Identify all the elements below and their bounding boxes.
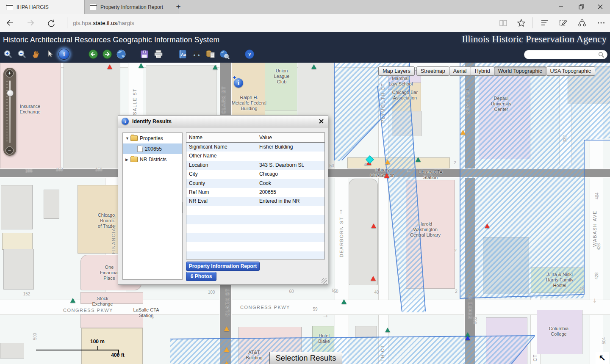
road-direction-arrow: ↑ bbox=[339, 209, 344, 215]
marker-orange-triangle[interactable] bbox=[224, 326, 229, 331]
building-stock-exchange bbox=[80, 292, 143, 304]
previous-extent-icon[interactable] bbox=[88, 49, 99, 60]
address-number: 60 bbox=[289, 289, 294, 294]
identify-tool-icon[interactable]: i bbox=[58, 49, 69, 60]
marker-red-triangle[interactable] bbox=[384, 173, 389, 178]
table-row: Ref Num200655 bbox=[186, 188, 324, 197]
zoom-knob[interactable] bbox=[7, 90, 14, 97]
selection-results-panel[interactable]: Selection Results bbox=[269, 352, 342, 364]
close-button[interactable] bbox=[591, 0, 610, 14]
search-input[interactable] bbox=[524, 50, 607, 59]
pan-hand-icon[interactable] bbox=[30, 49, 42, 60]
collapse-arrow-icon[interactable]: ▶ bbox=[125, 157, 130, 162]
basemap-button-world-topographic[interactable]: World Topographic bbox=[494, 66, 546, 76]
share-icon[interactable] bbox=[575, 14, 589, 32]
basemap-button-usa-topographic[interactable]: USA Topographic bbox=[546, 66, 595, 76]
marker-green-triangle[interactable] bbox=[70, 298, 75, 303]
map-layers-button[interactable]: Map Layers bbox=[378, 66, 415, 76]
tree-node-label: Properties bbox=[140, 135, 163, 141]
marker-blue-triangle[interactable] bbox=[465, 336, 470, 340]
building bbox=[64, 63, 120, 170]
marker-orange-triangle[interactable] bbox=[224, 347, 229, 352]
property-information-report-button[interactable]: Property Information Report bbox=[186, 262, 260, 271]
restore-button[interactable] bbox=[571, 0, 591, 14]
print-icon[interactable] bbox=[153, 49, 164, 60]
marker-red-triangle[interactable] bbox=[371, 223, 376, 228]
more-options-icon[interactable] bbox=[594, 14, 608, 32]
tree-node-selected-property[interactable]: 200655 bbox=[123, 143, 182, 154]
find-binoculars-icon[interactable] bbox=[191, 49, 202, 60]
marker-red-triangle[interactable] bbox=[107, 64, 112, 69]
address-number: 48 bbox=[579, 287, 584, 291]
street-label: STATE ST bbox=[465, 88, 470, 114]
marker-orange-triangle[interactable] bbox=[385, 160, 390, 164]
photos-button[interactable]: 6 Photos bbox=[186, 272, 216, 281]
query-report-icon[interactable] bbox=[205, 49, 216, 60]
marker-green-triangle[interactable] bbox=[213, 65, 218, 69]
tree-node-nr-districts[interactable]: ▶ NR Districts bbox=[123, 154, 182, 165]
next-extent-icon[interactable] bbox=[102, 49, 113, 60]
address-number: 2 bbox=[455, 289, 458, 294]
marker-red-triangle[interactable] bbox=[371, 276, 376, 281]
dialog-close-icon[interactable] bbox=[318, 118, 324, 125]
marker-green-triangle[interactable] bbox=[385, 328, 390, 332]
hub-icon[interactable] bbox=[538, 14, 552, 32]
reading-view-icon[interactable] bbox=[496, 14, 510, 32]
marker-green-triangle[interactable] bbox=[311, 64, 316, 69]
basemap-button-aerial[interactable]: Aerial bbox=[449, 66, 471, 76]
dialog-resize-grip[interactable] bbox=[322, 278, 327, 284]
zoom-out-icon[interactable] bbox=[17, 49, 28, 60]
marker-red-triangle[interactable] bbox=[485, 223, 490, 228]
expand-arrow-icon[interactable]: ▼ bbox=[125, 136, 130, 141]
marker-green-triangle[interactable] bbox=[341, 299, 347, 304]
web-note-icon[interactable] bbox=[557, 14, 570, 32]
divider bbox=[532, 17, 532, 28]
full-extent-globe-icon[interactable] bbox=[116, 49, 127, 60]
tab-ihpa-hargis[interactable]: IHPA HARGIS × bbox=[0, 0, 93, 14]
address-bar[interactable]: gis.hpa.state.il.us/hargis bbox=[73, 14, 134, 32]
basemap-button-hybrid[interactable]: Hybrid bbox=[471, 66, 494, 76]
zoom-in-button[interactable]: + bbox=[6, 69, 14, 77]
tab-title: IHPA HARGIS bbox=[17, 4, 85, 10]
back-icon[interactable] bbox=[3, 14, 17, 32]
results-tree[interactable]: ▼ Properties 200655 ▶ NR Districts bbox=[122, 132, 183, 280]
nr-district-area[interactable] bbox=[460, 63, 610, 298]
dialog-title-bar[interactable]: i Identify Results bbox=[118, 116, 328, 127]
select-arrow-icon[interactable] bbox=[44, 49, 55, 60]
identify-results-dialog[interactable]: i Identify Results ▼ Properties 200655 ▶… bbox=[118, 115, 328, 285]
help-icon[interactable]: ? bbox=[244, 49, 255, 60]
minimize-button[interactable] bbox=[551, 0, 571, 14]
address-number: 332 bbox=[563, 135, 567, 143]
zoom-out-button[interactable]: − bbox=[6, 146, 14, 154]
folder-icon bbox=[130, 157, 138, 162]
tab-property-information-report[interactable]: Property Information Report bbox=[84, 0, 178, 14]
table-row bbox=[186, 215, 324, 224]
address-number: 152 bbox=[23, 292, 30, 296]
building bbox=[80, 314, 143, 328]
marker-green-triangle[interactable] bbox=[139, 63, 144, 68]
panel-splitter-handle[interactable] bbox=[183, 202, 185, 213]
marker-orange-triangle[interactable] bbox=[224, 361, 229, 364]
favorites-star-icon[interactable] bbox=[514, 14, 528, 32]
zoom-in-icon[interactable] bbox=[3, 49, 14, 60]
address-number: 500 bbox=[473, 317, 478, 324]
table-row: Other Name bbox=[186, 152, 324, 160]
map-toolbar: i Aa ? bbox=[3, 49, 258, 60]
road-direction-arrow: ← bbox=[407, 168, 411, 174]
address-number: 2 bbox=[454, 160, 456, 165]
forward-icon[interactable] bbox=[24, 14, 37, 32]
marker-orange-triangle[interactable] bbox=[460, 130, 466, 135]
street-dearborn bbox=[335, 176, 349, 364]
legend-book-icon[interactable]: Aa bbox=[177, 49, 188, 60]
refresh-icon[interactable] bbox=[44, 14, 58, 32]
search-globe-icon[interactable] bbox=[219, 49, 230, 60]
tree-node-properties[interactable]: ▼ Properties bbox=[123, 133, 182, 143]
new-tab-button[interactable]: + bbox=[171, 0, 186, 14]
basemap-button-streetmap[interactable]: Streetmap bbox=[416, 66, 449, 76]
street-label: PLYMOUTH CT bbox=[380, 83, 385, 123]
save-icon[interactable] bbox=[139, 49, 150, 60]
browser-nav-bar: gis.hpa.state.il.us/hargis bbox=[0, 14, 610, 32]
marker-green-triangle[interactable] bbox=[416, 157, 421, 162]
zoom-slider[interactable]: + − bbox=[3, 68, 16, 156]
table-row bbox=[186, 233, 324, 242]
